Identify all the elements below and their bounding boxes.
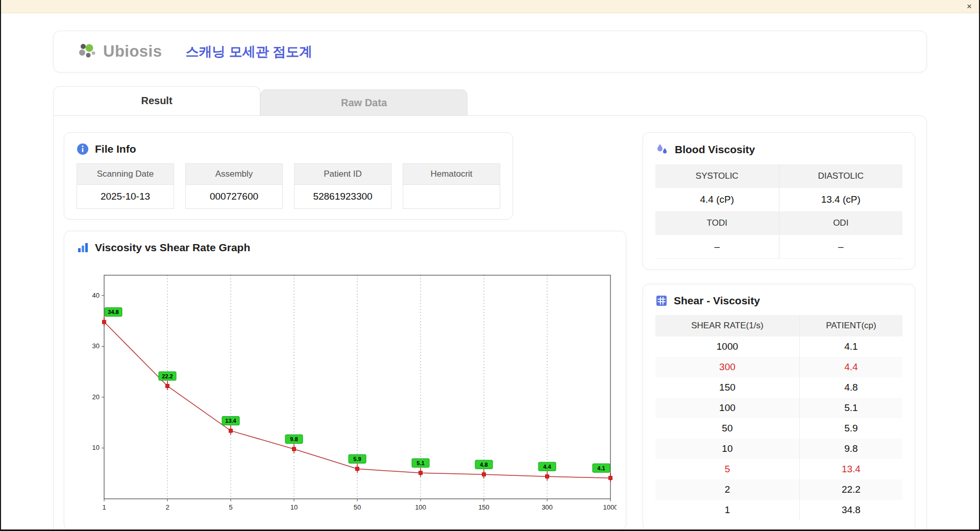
file-info-field-value: 000727600 — [186, 185, 282, 208]
blood-viscosity-row: TODIODI — [655, 212, 902, 235]
table-row: 513.4 — [655, 459, 902, 479]
shear-rate-cell: 5 — [655, 459, 799, 479]
file-info-field: Patient ID52861923300 — [294, 163, 391, 209]
blood-viscosity-header: Blood Viscosity — [655, 143, 902, 156]
shear-table-header-row: SHEAR RATE(1/s) PATIENT(cp) — [655, 315, 902, 336]
blood-viscosity-label: SYSTOLIC — [655, 165, 779, 187]
svg-text:100: 100 — [415, 503, 426, 511]
svg-text:13.4: 13.4 — [225, 418, 236, 424]
left-column: File Info Scanning Date2025-10-13Assembl… — [64, 132, 626, 531]
shear-viscosity-card: Shear - Viscosity SHEAR RATE(1/s) PATIEN… — [643, 284, 915, 531]
blood-viscosity-value: 13.4 (cP) — [779, 188, 903, 211]
svg-text:300: 300 — [542, 503, 553, 511]
app-window: × Ubiosis 스캐닝 모세관 점도계 Resul — [0, 0, 980, 531]
header-card: Ubiosis 스캐닝 모세관 점도계 — [53, 31, 927, 73]
file-info-field: Assembly000727600 — [185, 163, 283, 209]
table-row: 1005.1 — [655, 398, 902, 418]
file-info-field-value — [403, 185, 500, 208]
graph-title: Viscosity vs Shear Rate Graph — [95, 242, 250, 254]
patient-viscosity-cell: 4.8 — [799, 377, 902, 398]
page-title: 스캐닝 모세관 점도계 — [185, 43, 312, 61]
table-row: 10004.1 — [655, 336, 902, 357]
shear-rate-cell: 50 — [655, 418, 799, 439]
window-titlebar: × — [1, 0, 979, 13]
ubiosis-logo-icon — [77, 41, 99, 62]
shear-viscosity-title: Shear - Viscosity — [674, 295, 760, 307]
patient-viscosity-cell: 34.8 — [799, 500, 902, 520]
file-info-field-label: Assembly — [186, 164, 282, 185]
svg-text:9.8: 9.8 — [290, 436, 298, 442]
file-info-header: File Info — [77, 143, 500, 155]
window-close-button[interactable]: × — [967, 2, 972, 11]
shear-rate-cell: 150 — [655, 377, 799, 398]
svg-text:34.8: 34.8 — [108, 309, 118, 315]
table-row: 134.8 — [655, 500, 902, 520]
blood-viscosity-title: Blood Viscosity — [675, 143, 755, 156]
patient-viscosity-cell: 22.2 — [799, 479, 902, 500]
svg-text:150: 150 — [478, 503, 489, 511]
file-info-field: Scanning Date2025-10-13 — [77, 163, 174, 209]
file-info-field-label: Hematocrit — [403, 164, 500, 185]
blood-viscosity-row: 4.4 (cP)13.4 (cP) — [655, 188, 902, 212]
svg-text:1000: 1000 — [603, 503, 617, 511]
shear-rate-column-header: SHEAR RATE(1/s) — [655, 315, 799, 336]
svg-text:2: 2 — [165, 503, 169, 511]
svg-text:4.1: 4.1 — [597, 465, 605, 471]
svg-text:4.8: 4.8 — [480, 462, 487, 468]
blood-viscosity-label: TODI — [655, 212, 779, 234]
blood-viscosity-row: SYSTOLICDIASTOLIC — [655, 165, 902, 188]
shear-rate-cell: 10 — [655, 439, 799, 459]
main-area: Ubiosis 스캐닝 모세관 점도계 Result Raw Data — [1, 13, 979, 531]
blood-viscosity-label: ODI — [779, 212, 903, 234]
tab-result[interactable]: Result — [53, 86, 260, 115]
file-info-field: Hematocrit — [403, 163, 500, 209]
file-info-title: File Info — [95, 143, 136, 155]
info-icon — [77, 143, 89, 155]
patient-viscosity-cell: 4.4 — [799, 357, 902, 377]
blood-viscosity-value: – — [655, 235, 779, 258]
shear-viscosity-header: Shear - Viscosity — [655, 295, 902, 307]
table-row: 109.8 — [655, 439, 902, 459]
svg-text:5: 5 — [229, 503, 232, 511]
shear-table-body: 10004.13004.41504.81005.1505.9109.8513.4… — [655, 336, 902, 520]
patient-viscosity-cell: 9.8 — [799, 439, 902, 459]
svg-text:50: 50 — [354, 503, 361, 511]
table-row: 3004.4 — [655, 357, 902, 377]
right-column: Blood Viscosity SYSTOLICDIASTOLIC4.4 (cP… — [643, 132, 915, 531]
table-icon — [655, 295, 668, 307]
shear-viscosity-table: SHEAR RATE(1/s) PATIENT(cp) 10004.13004.… — [655, 315, 902, 520]
table-row: 1504.8 — [655, 377, 902, 398]
result-panel: File Info Scanning Date2025-10-13Assembl… — [53, 115, 927, 531]
blood-viscosity-label: DIASTOLIC — [779, 165, 903, 187]
svg-text:20: 20 — [92, 393, 100, 401]
svg-text:10: 10 — [92, 444, 100, 451]
file-info-field-value: 2025-10-13 — [77, 185, 174, 208]
graph-header: Viscosity vs Shear Rate Graph — [77, 242, 614, 254]
patient-column-header: PATIENT(cp) — [799, 315, 902, 336]
shear-rate-cell: 1 — [655, 500, 799, 520]
svg-text:5.9: 5.9 — [353, 456, 361, 462]
shear-rate-cell: 100 — [655, 398, 799, 418]
file-info-fields: Scanning Date2025-10-13Assembly000727600… — [77, 163, 500, 209]
viscosity-chart-svg: 102030401251050100150300100034.822.213.4… — [81, 262, 617, 517]
svg-text:4.4: 4.4 — [543, 464, 551, 470]
shear-rate-cell: 2 — [655, 479, 799, 500]
svg-text:1: 1 — [102, 503, 106, 511]
tab-bar: Result Raw Data — [53, 86, 927, 115]
ubiosis-logo: Ubiosis — [77, 41, 162, 62]
blood-viscosity-card: Blood Viscosity SYSTOLICDIASTOLIC4.4 (cP… — [643, 132, 915, 270]
svg-text:22.2: 22.2 — [162, 373, 173, 379]
table-row: 222.2 — [655, 479, 902, 500]
table-row: 505.9 — [655, 418, 902, 439]
bar-chart-icon — [77, 242, 89, 254]
file-info-field-label: Patient ID — [295, 164, 391, 185]
file-info-field-label: Scanning Date — [77, 164, 174, 185]
svg-text:10: 10 — [290, 503, 298, 511]
droplets-icon — [655, 143, 669, 156]
file-info-card: File Info Scanning Date2025-10-13Assembl… — [64, 132, 513, 220]
viscosity-chart: 102030401251050100150300100034.822.213.4… — [77, 262, 614, 519]
shear-rate-cell: 1000 — [655, 336, 799, 357]
logo-text: Ubiosis — [103, 42, 162, 61]
svg-text:30: 30 — [92, 342, 100, 350]
tab-raw-data[interactable]: Raw Data — [260, 89, 468, 115]
